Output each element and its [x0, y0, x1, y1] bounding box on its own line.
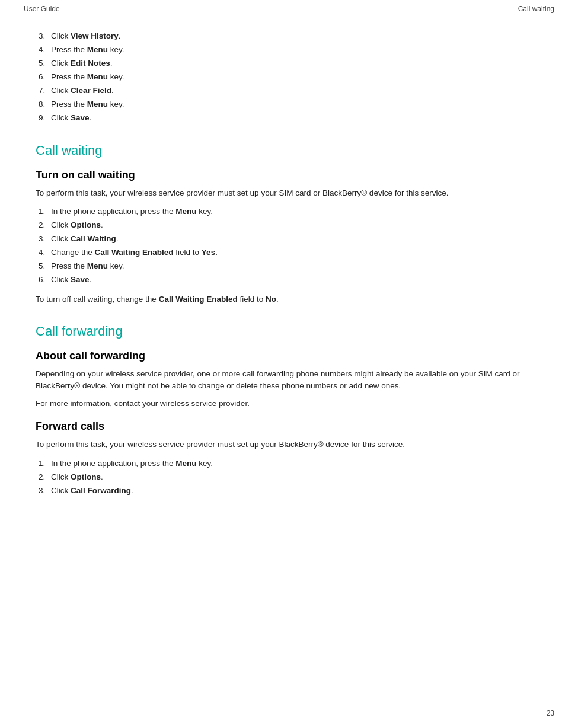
- forward-calls-subsection: Forward calls To perform this task, your…: [36, 420, 542, 497]
- list-item: Click Call Waiting.: [47, 232, 542, 246]
- call-forwarding-title: Call forwarding: [36, 324, 542, 339]
- list-item: Click Options.: [47, 219, 542, 232]
- about-forwarding-p1: Depending on your wireless service provi…: [36, 368, 542, 392]
- bold-text: Call Waiting: [71, 234, 116, 243]
- bold-text: Call Waiting Enabled: [159, 295, 238, 304]
- bold-text: Clear Field: [71, 86, 111, 95]
- list-item: Click Save.: [47, 111, 542, 125]
- bold-text: View History: [71, 31, 119, 40]
- about-forwarding-p2: For more information, contact your wirel…: [36, 398, 542, 410]
- list-item: Press the Menu key.: [47, 260, 542, 273]
- turn-on-title: Turn on call waiting: [36, 169, 542, 181]
- header-right: Call waiting: [518, 5, 554, 13]
- list-item: In the phone application, press the Menu…: [47, 205, 542, 219]
- page-number: 23: [547, 709, 554, 717]
- bold-text: Call Waiting Enabled: [95, 248, 174, 257]
- about-forwarding-subsection: About call forwarding Depending on your …: [36, 350, 542, 410]
- bold-text: Save: [71, 113, 90, 122]
- call-waiting-section: Call waiting Turn on call waiting To per…: [36, 143, 542, 306]
- list-item: Press the Menu key.: [47, 43, 542, 57]
- bold-text: Options: [71, 472, 101, 481]
- turn-on-intro: To perform this task, your wireless serv…: [36, 187, 542, 199]
- bold-text: Menu: [87, 261, 108, 270]
- list-item: Press the Menu key.: [47, 71, 542, 84]
- header-left: User Guide: [24, 5, 60, 13]
- list-item: Click View History.: [47, 30, 542, 43]
- bold-text: Edit Notes: [71, 59, 110, 68]
- list-item: Click Call Forwarding.: [47, 484, 542, 498]
- bold-text: No: [266, 295, 276, 304]
- about-forwarding-title: About call forwarding: [36, 350, 542, 362]
- forward-calls-intro: To perform this task, your wireless serv…: [36, 439, 542, 451]
- turn-off-note: To turn off call waiting, change the Cal…: [36, 293, 542, 305]
- list-item: Click Save.: [47, 273, 542, 287]
- forward-calls-title: Forward calls: [36, 420, 542, 433]
- bold-text: Menu: [87, 45, 108, 54]
- list-item: Click Options.: [47, 471, 542, 484]
- forward-calls-steps: In the phone application, press the Menu…: [47, 457, 542, 498]
- steps-top-list: Click View History. Press the Menu key. …: [47, 30, 542, 125]
- bold-text: Yes: [202, 248, 215, 257]
- list-item: Change the Call Waiting Enabled field to…: [47, 246, 542, 260]
- bold-text: Menu: [175, 459, 196, 468]
- call-forwarding-section: Call forwarding About call forwarding De…: [36, 324, 542, 498]
- bold-text: Call Forwarding: [71, 486, 131, 495]
- turn-on-subsection: Turn on call waiting To perform this tas…: [36, 169, 542, 306]
- list-item: Press the Menu key.: [47, 98, 542, 111]
- list-item: Click Edit Notes.: [47, 57, 542, 71]
- bold-text: Menu: [87, 100, 108, 108]
- bold-text: Options: [71, 221, 101, 229]
- bold-text: Menu: [175, 207, 196, 216]
- list-item: In the phone application, press the Menu…: [47, 457, 542, 471]
- turn-on-steps: In the phone application, press the Menu…: [47, 205, 542, 287]
- list-item: Click Clear Field.: [47, 84, 542, 98]
- bold-text: Save: [71, 275, 90, 284]
- call-waiting-title: Call waiting: [36, 143, 542, 158]
- bold-text: Menu: [87, 72, 108, 81]
